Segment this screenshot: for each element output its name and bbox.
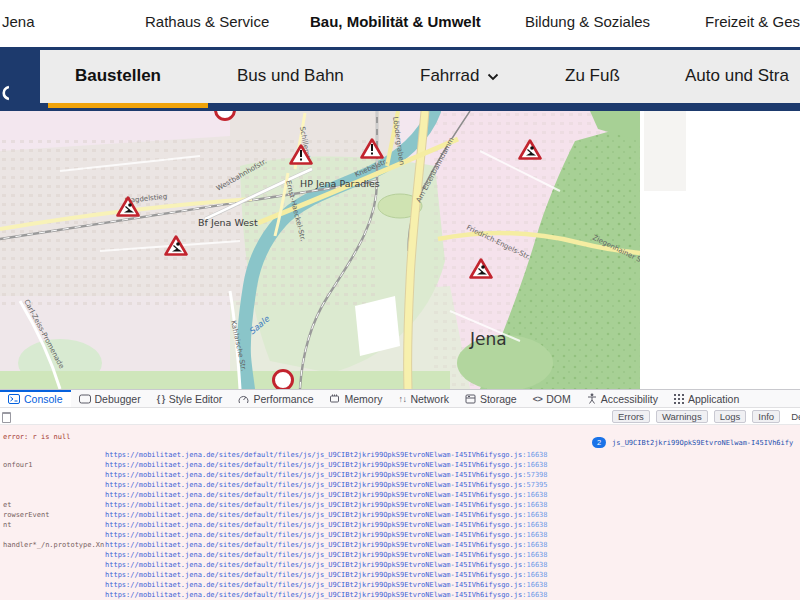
stack-frame-row: rowserEventhttps://mobilitaet.jena.de/si… — [0, 511, 800, 521]
stack-frame-row: https://mobilitaet.jena.de/sites/default… — [0, 591, 800, 600]
devtools-filter-row: ErrorsWarningsLogsInfoDebugC — [0, 408, 800, 425]
filter-button-debug[interactable]: Debug — [786, 411, 800, 422]
secondary-nav-item[interactable]: Zu Fuß — [565, 66, 620, 86]
devtools-tab-label: Application — [688, 393, 739, 405]
devtools-tab-debugger[interactable]: Debugger — [71, 390, 149, 407]
stack-frame-link[interactable]: https://mobilitaet.jena.de/sites/default… — [105, 491, 548, 499]
stack-frame-row: https://mobilitaet.jena.de/sites/default… — [0, 551, 800, 561]
construction-marker-exclaim[interactable] — [289, 144, 313, 165]
filter-button-logs[interactable]: Logs — [714, 410, 747, 423]
stack-frame-row: https://mobilitaet.jena.de/sites/default… — [0, 451, 800, 461]
console-error-location: 2 js_U9CIBt2jkri99OpkS9EtvroNElwam-I45IV… — [592, 437, 793, 448]
stack-frame-function: handler*_/n.prototype.Xn — [3, 541, 104, 549]
clear-console-icon[interactable] — [2, 412, 11, 423]
error-repeat-badge: 2 — [592, 437, 606, 448]
error-source-link[interactable]: js_U9CIBt2jkri99OpkS9EtvroNElwam-I45IVh6… — [612, 439, 793, 447]
stack-frame-link[interactable]: https://mobilitaet.jena.de/sites/default… — [105, 461, 548, 469]
devtools-tab-dom[interactable]: <>DOM — [525, 390, 579, 407]
stack-frame-link[interactable]: https://mobilitaet.jena.de/sites/default… — [105, 531, 548, 539]
construction-marker-exclaim[interactable] — [360, 138, 384, 159]
devtools-tab-label: Network — [410, 393, 449, 405]
filter-button-warnings[interactable]: Warnings — [656, 410, 708, 423]
debugger-icon — [79, 394, 91, 404]
stack-frame-link[interactable]: https://mobilitaet.jena.de/sites/default… — [105, 561, 548, 569]
devtools-tab-storage[interactable]: Storage — [457, 390, 525, 407]
console-error-message: error: r is null — [3, 433, 70, 441]
top-nav-item[interactable]: Freizeit & Gesu — [705, 13, 800, 30]
secondary-nav-label: Bus und Bahn — [237, 66, 344, 86]
filter-button-info[interactable]: Info — [752, 410, 780, 423]
stack-frame-link[interactable]: https://mobilitaet.jena.de/sites/default… — [105, 521, 548, 529]
stack-frame-link[interactable]: https://mobilitaet.jena.de/sites/default… — [105, 551, 548, 559]
gauge-icon — [238, 394, 249, 404]
console-filter-buttons: ErrorsWarningsLogsInfoDebugC — [612, 410, 800, 423]
secondary-nav-label: Auto und Stra — [685, 66, 789, 86]
construction-marker-worker[interactable] — [164, 235, 188, 256]
devtools-tab-label: Performance — [253, 393, 313, 405]
devtools-tab-style-editor[interactable]: { }Style Editor — [149, 390, 231, 407]
construction-marker-worker[interactable] — [469, 258, 493, 279]
person-icon — [587, 393, 597, 404]
secondary-nav-label: Zu Fuß — [565, 66, 620, 86]
top-nav-item[interactable]: Bildung & Soziales — [525, 13, 650, 30]
stack-frame-row: handler*_/n.prototype.Xnhttps://mobilita… — [0, 541, 800, 551]
stack-frame-link[interactable]: https://mobilitaet.jena.de/sites/default… — [105, 471, 548, 479]
stack-frame-function: nt — [3, 521, 11, 529]
secondary-nav-item[interactable]: Bus und Bahn — [237, 66, 344, 86]
stack-frame-row: https://mobilitaet.jena.de/sites/default… — [0, 531, 800, 541]
devtools-tab-network[interactable]: ↑↓Network — [390, 390, 457, 407]
storage-icon — [465, 394, 476, 404]
top-nav-item[interactable]: Rathaus & Service — [145, 13, 269, 30]
stack-frame-row: https://mobilitaet.jena.de/sites/default… — [0, 491, 800, 501]
stack-frame-row: https://mobilitaet.jena.de/sites/default… — [0, 581, 800, 591]
devtools-tab-memory[interactable]: Memory — [321, 390, 390, 407]
filter-button-errors[interactable]: Errors — [612, 410, 650, 423]
top-nav-item[interactable]: Bau, Mobilität & Umwelt — [310, 13, 481, 30]
stack-frame-link[interactable]: https://mobilitaet.jena.de/sites/default… — [105, 451, 548, 459]
stack-frame-row: nthttps://mobilitaet.jena.de/sites/defau… — [0, 521, 800, 531]
grid-icon — [674, 394, 684, 404]
stack-frame-row: https://mobilitaet.jena.de/sites/default… — [0, 561, 800, 571]
devtools-tab-performance[interactable]: Performance — [230, 390, 321, 407]
top-nav-item[interactable]: Jena — [2, 13, 35, 30]
secondary-nav-item[interactable]: Baustellen — [75, 66, 161, 86]
devtools-tab-label: Style Editor — [169, 393, 223, 405]
stack-frame-link[interactable]: https://mobilitaet.jena.de/sites/default… — [105, 541, 548, 549]
stack-frame-row: ethttps://mobilitaet.jena.de/sites/defau… — [0, 501, 800, 511]
stack-frame-function: et — [3, 501, 11, 509]
stack-frame-link[interactable]: https://mobilitaet.jena.de/sites/default… — [105, 511, 548, 519]
stack-frame-link[interactable]: https://mobilitaet.jena.de/sites/default… — [105, 591, 548, 599]
devtools-tab-console[interactable]: Console — [0, 390, 71, 407]
devtools-tab-label: Debugger — [95, 393, 141, 405]
devtools-tab-accessibility[interactable]: Accessibility — [579, 390, 666, 407]
devtools-tab-application[interactable]: Application — [666, 390, 747, 407]
map-label: HP Jena Paradies — [300, 178, 380, 189]
secondary-nav-item[interactable]: Auto und Stra — [685, 66, 789, 86]
devtools-tab-label: Console — [24, 393, 63, 405]
secondary-nav-item[interactable]: Fahrrad — [420, 66, 499, 86]
memory-icon — [329, 394, 340, 404]
console-icon — [8, 394, 20, 404]
logo-fragment — [0, 84, 9, 106]
map-label: Jena — [469, 329, 507, 349]
stack-frame-row: onfour1https://mobilitaet.jena.de/sites/… — [0, 461, 800, 471]
devtools-tab-label: Memory — [344, 393, 382, 405]
stack-frame-row: https://mobilitaet.jena.de/sites/default… — [0, 571, 800, 581]
map[interactable]: MagdelstiegWestbahnhofstr.Knebelstr.Schi… — [0, 111, 800, 389]
chevron-down-icon — [487, 66, 499, 86]
stack-frame-link[interactable]: https://mobilitaet.jena.de/sites/default… — [105, 571, 548, 579]
construction-marker-worker[interactable] — [518, 139, 542, 160]
circle-marker[interactable] — [272, 369, 294, 389]
stack-frame-function: rowserEvent — [3, 511, 49, 519]
devtools-tab-label: Accessibility — [601, 393, 658, 405]
secondary-nav-label: Fahrrad — [420, 66, 480, 86]
devtools-tabbar: ConsoleDebugger{ }Style EditorPerformanc… — [0, 390, 800, 408]
map-label: Bf Jena West — [198, 217, 258, 228]
stack-frame-link[interactable]: https://mobilitaet.jena.de/sites/default… — [105, 581, 548, 589]
console-output: error: r is null 2 js_U9CIBt2jkri99OpkS9… — [0, 425, 800, 600]
braces-icon: { } — [157, 394, 165, 404]
construction-marker-worker[interactable] — [116, 196, 140, 217]
stack-frame-link[interactable]: https://mobilitaet.jena.de/sites/default… — [105, 481, 548, 489]
devtools-panel: ConsoleDebugger{ }Style EditorPerformanc… — [0, 389, 800, 600]
stack-frame-link[interactable]: https://mobilitaet.jena.de/sites/default… — [105, 501, 548, 509]
